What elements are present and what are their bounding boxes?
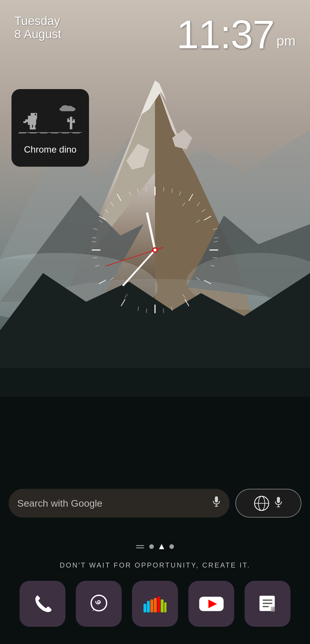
svg-line-76 (137, 189, 138, 193)
svg-rect-103 (157, 597, 160, 612)
svg-line-63 (171, 307, 172, 311)
svg-rect-23 (23, 121, 26, 123)
svg-line-56 (197, 202, 200, 206)
svg-rect-29 (70, 117, 72, 129)
svg-line-64 (163, 309, 164, 313)
svg-line-62 (211, 265, 215, 266)
chrome-dino-widget[interactable]: Chrome dino (11, 89, 89, 167)
svg-line-70 (92, 238, 96, 238)
search-bar[interactable]: Search with Google (9, 489, 230, 518)
svg-line-46 (204, 280, 211, 284)
svg-point-18 (66, 106, 73, 111)
date-month: 8 August (14, 28, 61, 41)
svg-rect-102 (154, 598, 157, 612)
google-lens-button[interactable] (235, 489, 301, 518)
svg-line-68 (93, 257, 97, 258)
svg-point-88 (154, 249, 156, 251)
indicator-line-1 (136, 545, 144, 546)
search-area: Search with Google (0, 489, 310, 518)
dock-item-deezer[interactable] (132, 581, 178, 627)
svg-rect-27 (33, 128, 36, 129)
ground-dashes (19, 132, 82, 134)
svg-rect-20 (31, 113, 37, 118)
svg-line-45 (189, 194, 193, 201)
svg-line-50 (99, 216, 106, 220)
motivational-quote: DON'T WAIT FOR OPPORTUNITY, CREATE IT. (0, 561, 310, 569)
svg-rect-26 (30, 128, 34, 129)
dock-item-phone[interactable] (20, 581, 65, 627)
header-row: Tuesday 8 August 11:37 pm (0, 14, 310, 55)
clock-face (83, 178, 227, 322)
svg-line-67 (95, 265, 99, 266)
svg-rect-31 (67, 118, 69, 122)
svg-line-81 (183, 294, 185, 298)
page-indicator-1[interactable] (149, 544, 154, 549)
svg-line-78 (183, 202, 185, 206)
deezer-icon (144, 594, 166, 614)
svg-rect-38 (62, 132, 69, 133)
dock-item-notes[interactable] (245, 581, 290, 627)
svg-rect-21 (35, 114, 36, 115)
svg-rect-105 (164, 602, 166, 612)
cactus-icon (66, 116, 76, 132)
svg-line-84 (147, 214, 155, 250)
time-ampm: pm (276, 33, 296, 49)
page-indicator-home[interactable] (159, 544, 164, 549)
svg-line-59 (214, 238, 218, 238)
svg-line-66 (138, 307, 139, 311)
svg-rect-33 (73, 119, 75, 123)
svg-line-71 (93, 228, 97, 230)
svg-rect-36 (40, 132, 47, 133)
clock-widget[interactable] (83, 178, 227, 322)
svg-line-55 (179, 191, 181, 195)
chrome-dino-label: Chrome dino (24, 144, 76, 155)
time-clock: 11:37 (177, 14, 274, 55)
dock-item-youtube[interactable] (188, 581, 234, 627)
svg-line-77 (146, 187, 146, 191)
svg-line-54 (172, 189, 173, 193)
indicator-line-2 (136, 547, 144, 548)
svg-rect-39 (73, 132, 80, 133)
svg-rect-101 (150, 599, 153, 612)
time-display: 11:37 pm (177, 14, 296, 55)
phone-icon (32, 593, 53, 615)
svg-line-75 (129, 191, 131, 195)
svg-line-80 (196, 277, 200, 280)
svg-line-74 (111, 202, 113, 206)
svg-line-72 (99, 220, 102, 223)
search-mic-icon[interactable] (212, 496, 221, 510)
svg-line-61 (213, 257, 217, 258)
cloud-icon (59, 104, 76, 111)
lens-icon (254, 495, 270, 511)
svg-rect-89 (215, 496, 218, 502)
svg-line-69 (92, 241, 96, 242)
dino-game-area (19, 101, 82, 141)
svg-rect-100 (147, 601, 150, 612)
svg-line-47 (185, 299, 189, 306)
svg-line-53 (164, 187, 164, 191)
svg-line-65 (146, 309, 147, 313)
search-text: Search with Google (17, 498, 206, 509)
svg-line-82 (125, 294, 127, 298)
svg-line-73 (105, 209, 108, 213)
svg-rect-28 (34, 118, 37, 120)
svg-line-57 (202, 209, 205, 212)
youtube-icon (199, 595, 224, 613)
svg-line-52 (204, 216, 211, 220)
lens-mic-icon (274, 497, 283, 510)
svg-rect-35 (30, 132, 37, 133)
svg-line-60 (214, 241, 218, 242)
svg-line-83 (111, 277, 114, 280)
svg-rect-99 (144, 604, 146, 612)
notes-icon (257, 594, 278, 614)
svg-line-58 (213, 228, 217, 230)
whatsapp-icon (88, 593, 110, 615)
dock-item-whatsapp[interactable] (76, 581, 122, 627)
svg-line-48 (99, 280, 106, 284)
app-dock (0, 581, 310, 627)
svg-rect-104 (161, 599, 164, 612)
svg-line-51 (117, 194, 121, 201)
page-indicator-3[interactable] (169, 544, 174, 549)
page-indicator-lines (136, 545, 144, 548)
date-day: Tuesday (14, 14, 61, 28)
